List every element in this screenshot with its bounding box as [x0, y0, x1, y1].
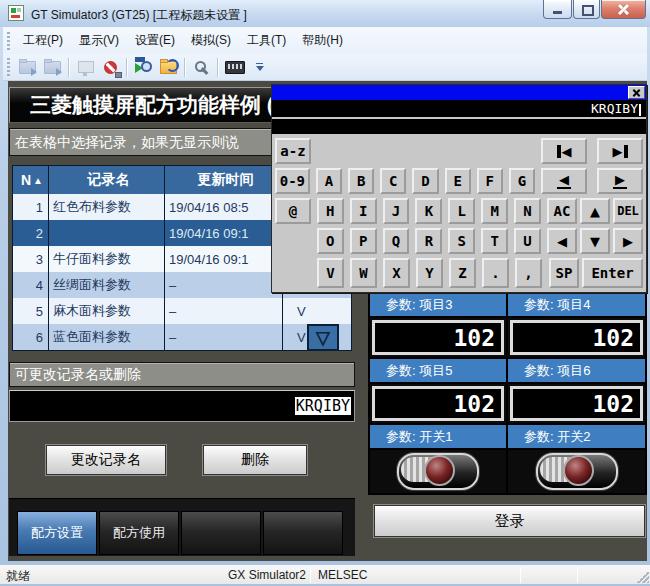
key-L[interactable]: L [448, 198, 475, 224]
param-value-item6[interactable]: 102 [510, 386, 643, 421]
param-label-switch2: 参数: 开关2 [508, 425, 645, 448]
key-F[interactable]: F [477, 168, 503, 194]
key-arrow-right[interactable]: ▶ [613, 228, 643, 254]
key-H[interactable]: H [317, 198, 344, 224]
key-skip-last[interactable]: ▶ [597, 138, 643, 164]
minimize-button[interactable] [543, 0, 572, 19]
toolbar-overflow-button[interactable] [247, 56, 272, 79]
key-U[interactable]: U [514, 228, 541, 254]
keyboard-close-button[interactable] [628, 86, 645, 99]
key-Y[interactable]: Y [416, 258, 443, 288]
tab-recipe-use[interactable]: 配方使用 [99, 511, 179, 555]
resize-grip[interactable] [637, 571, 649, 583]
key-arrow-down[interactable]: ▼ [580, 228, 610, 254]
key-A[interactable]: A [316, 168, 342, 194]
menu-help[interactable]: 帮助(H) [294, 27, 351, 54]
key-period[interactable]: . [482, 258, 509, 288]
key-C[interactable]: C [380, 168, 406, 194]
maximize-icon [582, 5, 594, 16]
key-skip-first[interactable]: ◀ [541, 138, 587, 164]
key-G[interactable]: G [509, 168, 535, 194]
menu-setup[interactable]: 设置(E) [127, 27, 183, 54]
keyboard-titlebar[interactable] [272, 85, 646, 100]
menubar-grip[interactable] [7, 32, 10, 50]
key-arrow-left[interactable]: ◀ [547, 228, 577, 254]
switch2-knob [563, 455, 594, 486]
hmi-tab-bar: 配方设置 配方使用 [9, 498, 355, 556]
login-button[interactable]: 登录 [374, 505, 645, 537]
key-N[interactable]: N [514, 198, 541, 224]
param-label-switch1: 参数: 开关1 [370, 425, 506, 448]
key-X[interactable]: X [383, 258, 410, 288]
key-cursor-home[interactable]: ◀ [541, 168, 587, 194]
option-button[interactable] [189, 56, 214, 79]
key-O[interactable]: O [317, 228, 344, 254]
snapshot-button[interactable] [73, 56, 98, 79]
key-cursor-end[interactable]: ▶ [597, 168, 643, 194]
key-DEL[interactable]: DEL [613, 198, 643, 224]
read-project-button[interactable] [40, 56, 65, 79]
key-SP[interactable]: SP [549, 258, 579, 288]
key-B[interactable]: B [348, 168, 374, 194]
close-button[interactable] [601, 0, 646, 19]
menu-view[interactable]: 显示(V) [71, 27, 127, 54]
key-K[interactable]: K [415, 198, 442, 224]
table-row[interactable]: 5 麻木面料参数 – V [13, 298, 351, 324]
menu-project[interactable]: 工程(P) [15, 27, 71, 54]
key-R[interactable]: R [415, 228, 442, 254]
menu-bar: 工程(P) 显示(V) 设置(E) 模拟(S) 工具(T) 帮助(H) [3, 27, 647, 54]
header-no[interactable]: N▲ [13, 166, 49, 194]
record-name-input[interactable]: KRQIBY [9, 390, 355, 422]
key-E[interactable]: E [445, 168, 471, 194]
table-row[interactable]: 6 蓝色面料参数 – V [13, 324, 351, 350]
toolbar-grip[interactable] [7, 58, 10, 76]
key-I[interactable]: I [350, 198, 377, 224]
key-S[interactable]: S [448, 228, 475, 254]
lock-icon [115, 72, 122, 78]
delete-record-button[interactable]: 删除 [203, 445, 307, 475]
tab-empty-1[interactable] [181, 511, 261, 555]
key-D[interactable]: D [412, 168, 438, 194]
record-no: 6 [13, 324, 49, 350]
rename-record-button[interactable]: 更改记录名 [46, 445, 166, 475]
tab-recipe-setup[interactable]: 配方设置 [17, 511, 97, 555]
restart-button[interactable] [156, 56, 181, 79]
device-monitor-button[interactable] [131, 56, 156, 79]
key-mode-az[interactable]: a-z [275, 138, 311, 164]
stop-simulation-button[interactable] [98, 56, 123, 79]
header-update-time[interactable]: 更新时间 [165, 166, 283, 194]
arrow-down-icon: ▼ [590, 235, 600, 248]
key-arrow-up[interactable]: ▲ [580, 198, 610, 224]
record-name-value: KRQIBY [295, 397, 351, 415]
key-AC[interactable]: AC [547, 198, 577, 224]
table-scroll-down-button[interactable]: ▽ [307, 324, 339, 351]
key-W[interactable]: W [350, 258, 377, 288]
menu-tools[interactable]: 工具(T) [239, 27, 294, 54]
record-no: 4 [13, 272, 49, 298]
window-titlebar[interactable]: GT Simulator3 (GT25) [工程标题未设置 ] [0, 0, 650, 27]
header-record-name[interactable]: 记录名 [49, 166, 165, 194]
switch1-toggle[interactable] [397, 453, 479, 490]
param-value-item5[interactable]: 102 [372, 386, 504, 421]
key-comma[interactable]: , [515, 258, 542, 288]
key-Q[interactable]: Q [383, 228, 410, 254]
key-J[interactable]: J [383, 198, 410, 224]
key-Enter[interactable]: Enter [582, 258, 643, 288]
key-mode-at[interactable]: @ [275, 198, 311, 224]
key-P[interactable]: P [350, 228, 377, 254]
param-value-item4[interactable]: 102 [510, 320, 643, 355]
tab-empty-2[interactable] [263, 511, 343, 555]
keypad-button[interactable] [222, 56, 247, 79]
key-T[interactable]: T [481, 228, 508, 254]
switch2-toggle[interactable] [536, 453, 618, 490]
maximize-button[interactable] [573, 0, 600, 19]
menu-simulate[interactable]: 模拟(S) [183, 27, 239, 54]
key-M[interactable]: M [481, 198, 508, 224]
record-name: 丝绸面料参数 [49, 272, 165, 298]
open-project-button[interactable] [15, 56, 40, 79]
key-mode-09[interactable]: 0-9 [275, 168, 310, 194]
key-Z[interactable]: Z [449, 258, 476, 288]
keyboard-display-row2 [272, 119, 646, 134]
param-value-item3[interactable]: 102 [372, 320, 504, 355]
key-V[interactable]: V [317, 258, 344, 288]
